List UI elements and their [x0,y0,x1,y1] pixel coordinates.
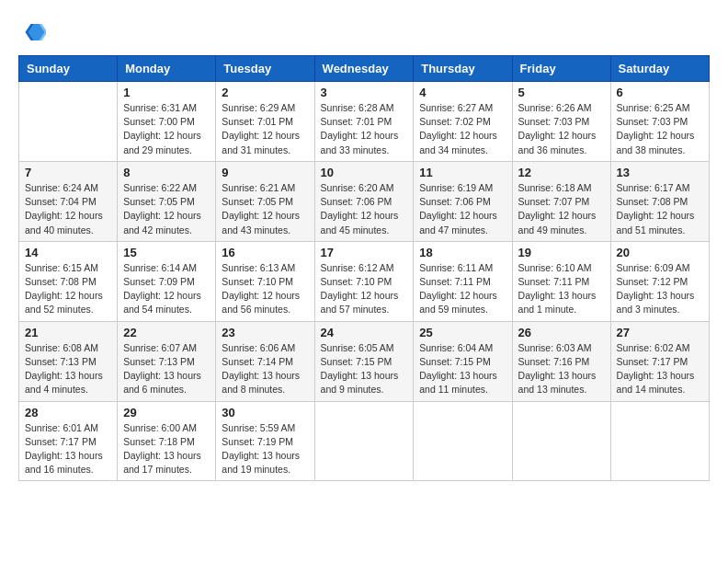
calendar-cell: 11Sunrise: 6:19 AM Sunset: 7:06 PM Dayli… [414,161,512,241]
calendar-cell: 28Sunrise: 6:01 AM Sunset: 7:17 PM Dayli… [19,401,118,481]
day-info: Sunrise: 6:14 AM Sunset: 7:09 PM Dayligh… [123,261,210,317]
day-number: 14 [25,246,111,259]
day-info: Sunrise: 6:03 AM Sunset: 7:16 PM Dayligh… [518,341,605,397]
calendar-cell [19,82,118,162]
day-header-monday: Monday [118,56,216,82]
calendar-cell [610,401,709,481]
page-header [18,18,710,46]
day-info: Sunrise: 6:24 AM Sunset: 7:04 PM Dayligh… [25,181,111,237]
day-info: Sunrise: 6:18 AM Sunset: 7:07 PM Dayligh… [518,181,605,237]
day-header-sunday: Sunday [19,56,118,82]
calendar-cell: 29Sunrise: 6:00 AM Sunset: 7:18 PM Dayli… [118,401,216,481]
calendar-cell: 9Sunrise: 6:21 AM Sunset: 7:05 PM Daylig… [216,161,314,241]
day-info: Sunrise: 6:04 AM Sunset: 7:15 PM Dayligh… [419,341,506,397]
calendar-cell: 21Sunrise: 6:08 AM Sunset: 7:13 PM Dayli… [19,321,118,401]
calendar-cell: 5Sunrise: 6:26 AM Sunset: 7:03 PM Daylig… [512,82,610,162]
day-info: Sunrise: 6:17 AM Sunset: 7:08 PM Dayligh… [617,181,703,237]
day-info: Sunrise: 6:02 AM Sunset: 7:17 PM Dayligh… [617,341,703,397]
calendar-cell: 3Sunrise: 6:28 AM Sunset: 7:01 PM Daylig… [314,82,414,162]
day-number: 6 [617,86,703,99]
day-info: Sunrise: 6:21 AM Sunset: 7:05 PM Dayligh… [222,181,308,237]
day-info: Sunrise: 6:27 AM Sunset: 7:02 PM Dayligh… [419,101,506,157]
day-number: 10 [321,166,408,179]
day-info: Sunrise: 6:20 AM Sunset: 7:06 PM Dayligh… [321,181,408,237]
calendar-cell: 12Sunrise: 6:18 AM Sunset: 7:07 PM Dayli… [512,161,610,241]
day-info: Sunrise: 6:00 AM Sunset: 7:18 PM Dayligh… [123,421,210,477]
day-number: 16 [222,246,308,259]
day-info: Sunrise: 5:59 AM Sunset: 7:19 PM Dayligh… [222,421,308,477]
day-number: 22 [123,326,210,339]
day-number: 19 [518,246,605,259]
day-info: Sunrise: 6:26 AM Sunset: 7:03 PM Dayligh… [518,101,605,157]
calendar-cell: 16Sunrise: 6:13 AM Sunset: 7:10 PM Dayli… [216,241,314,321]
day-info: Sunrise: 6:13 AM Sunset: 7:10 PM Dayligh… [222,261,308,317]
day-info: Sunrise: 6:09 AM Sunset: 7:12 PM Dayligh… [617,261,703,317]
calendar-cell: 23Sunrise: 6:06 AM Sunset: 7:14 PM Dayli… [216,321,314,401]
calendar-week-4: 21Sunrise: 6:08 AM Sunset: 7:13 PM Dayli… [19,321,710,401]
day-header-friday: Friday [512,56,610,82]
calendar-cell: 22Sunrise: 6:07 AM Sunset: 7:13 PM Dayli… [118,321,216,401]
day-number: 26 [518,326,605,339]
day-info: Sunrise: 6:05 AM Sunset: 7:15 PM Dayligh… [321,341,408,397]
day-number: 21 [25,326,111,339]
calendar-table: SundayMondayTuesdayWednesdayThursdayFrid… [18,55,710,481]
day-info: Sunrise: 6:06 AM Sunset: 7:14 PM Dayligh… [222,341,308,397]
day-info: Sunrise: 6:10 AM Sunset: 7:11 PM Dayligh… [518,261,605,317]
day-header-wednesday: Wednesday [314,56,414,82]
day-number: 27 [617,326,703,339]
day-number: 23 [222,326,308,339]
calendar-cell: 30Sunrise: 5:59 AM Sunset: 7:19 PM Dayli… [216,401,314,481]
day-header-thursday: Thursday [414,56,512,82]
day-number: 11 [419,166,506,179]
day-number: 17 [321,246,408,259]
calendar-week-3: 14Sunrise: 6:15 AM Sunset: 7:08 PM Dayli… [19,241,710,321]
calendar-cell [314,401,414,481]
calendar-cell: 19Sunrise: 6:10 AM Sunset: 7:11 PM Dayli… [512,241,610,321]
day-info: Sunrise: 6:01 AM Sunset: 7:17 PM Dayligh… [25,421,111,477]
calendar-cell [414,401,512,481]
day-info: Sunrise: 6:19 AM Sunset: 7:06 PM Dayligh… [419,181,506,237]
day-info: Sunrise: 6:08 AM Sunset: 7:13 PM Dayligh… [25,341,111,397]
day-number: 30 [222,406,308,419]
day-number: 7 [25,166,111,179]
calendar-week-5: 28Sunrise: 6:01 AM Sunset: 7:17 PM Dayli… [19,401,710,481]
calendar-cell: 25Sunrise: 6:04 AM Sunset: 7:15 PM Dayli… [414,321,512,401]
day-info: Sunrise: 6:25 AM Sunset: 7:03 PM Dayligh… [617,101,703,157]
calendar-cell: 1Sunrise: 6:31 AM Sunset: 7:00 PM Daylig… [118,82,216,162]
calendar-cell: 8Sunrise: 6:22 AM Sunset: 7:05 PM Daylig… [118,161,216,241]
day-number: 4 [419,86,506,99]
calendar-cell: 6Sunrise: 6:25 AM Sunset: 7:03 PM Daylig… [610,82,709,162]
day-info: Sunrise: 6:11 AM Sunset: 7:11 PM Dayligh… [419,261,506,317]
day-number: 13 [617,166,703,179]
day-number: 29 [123,406,210,419]
day-number: 1 [123,86,210,99]
calendar-week-1: 1Sunrise: 6:31 AM Sunset: 7:00 PM Daylig… [19,82,710,162]
day-info: Sunrise: 6:15 AM Sunset: 7:08 PM Dayligh… [25,261,111,317]
logo-icon [18,18,46,46]
day-number: 28 [25,406,111,419]
calendar-cell: 7Sunrise: 6:24 AM Sunset: 7:04 PM Daylig… [19,161,118,241]
day-info: Sunrise: 6:07 AM Sunset: 7:13 PM Dayligh… [123,341,210,397]
calendar-cell: 26Sunrise: 6:03 AM Sunset: 7:16 PM Dayli… [512,321,610,401]
day-number: 20 [617,246,703,259]
day-info: Sunrise: 6:28 AM Sunset: 7:01 PM Dayligh… [321,101,408,157]
calendar-cell: 18Sunrise: 6:11 AM Sunset: 7:11 PM Dayli… [414,241,512,321]
calendar-cell: 17Sunrise: 6:12 AM Sunset: 7:10 PM Dayli… [314,241,414,321]
calendar-cell: 10Sunrise: 6:20 AM Sunset: 7:06 PM Dayli… [314,161,414,241]
calendar-week-2: 7Sunrise: 6:24 AM Sunset: 7:04 PM Daylig… [19,161,710,241]
calendar-cell: 4Sunrise: 6:27 AM Sunset: 7:02 PM Daylig… [414,82,512,162]
calendar-cell: 27Sunrise: 6:02 AM Sunset: 7:17 PM Dayli… [610,321,709,401]
day-info: Sunrise: 6:12 AM Sunset: 7:10 PM Dayligh… [321,261,408,317]
day-info: Sunrise: 6:29 AM Sunset: 7:01 PM Dayligh… [222,101,308,157]
day-number: 2 [222,86,308,99]
day-number: 12 [518,166,605,179]
day-number: 3 [321,86,408,99]
day-number: 24 [321,326,408,339]
day-number: 5 [518,86,605,99]
calendar-header-row: SundayMondayTuesdayWednesdayThursdayFrid… [19,56,710,82]
calendar-cell: 20Sunrise: 6:09 AM Sunset: 7:12 PM Dayli… [610,241,709,321]
calendar-cell: 24Sunrise: 6:05 AM Sunset: 7:15 PM Dayli… [314,321,414,401]
calendar-cell: 13Sunrise: 6:17 AM Sunset: 7:08 PM Dayli… [610,161,709,241]
calendar-cell [512,401,610,481]
calendar-cell: 14Sunrise: 6:15 AM Sunset: 7:08 PM Dayli… [19,241,118,321]
